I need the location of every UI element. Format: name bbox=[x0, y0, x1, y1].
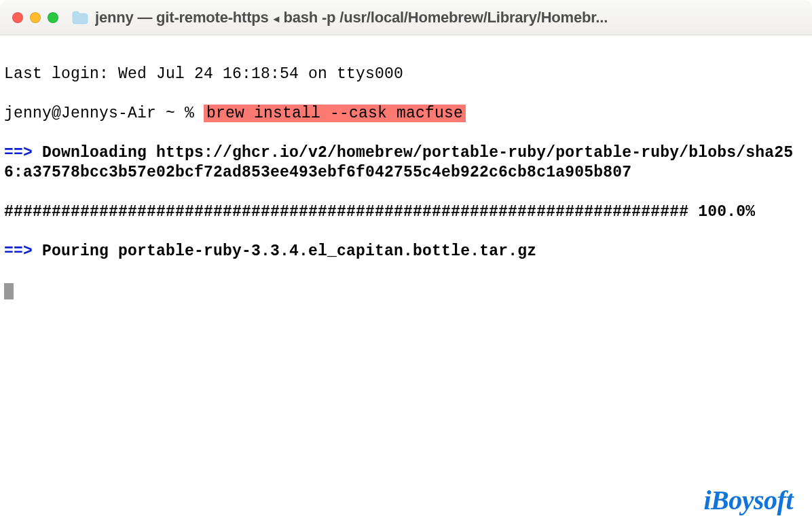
pouring-line: ==> Pouring portable-ruby-3.3.4.el_capit… bbox=[4, 242, 808, 261]
terminal-output[interactable]: Last login: Wed Jul 24 16:18:54 on ttys0… bbox=[0, 35, 812, 301]
minimize-button[interactable] bbox=[30, 12, 41, 23]
progress-pct: 100.0% bbox=[688, 203, 755, 221]
caret-left-icon: ◂ bbox=[272, 13, 283, 24]
terminal-cursor bbox=[4, 283, 14, 299]
pouring-label: Pouring bbox=[33, 242, 118, 260]
last-login-line: Last login: Wed Jul 24 16:18:54 on ttys0… bbox=[4, 65, 808, 84]
maximize-button[interactable] bbox=[48, 12, 58, 23]
title-dash: — bbox=[137, 9, 156, 26]
traffic-lights bbox=[12, 12, 58, 23]
prompt-line: jenny@Jennys-Air ~ % brew install --cask… bbox=[4, 104, 808, 124]
window-title-bar: jenny — git-remote-https ◂ bash -p /usr/… bbox=[0, 0, 812, 35]
progress-bar: ########################################… bbox=[4, 203, 688, 221]
title-rest: bash -p /usr/local/Homebrew/Library/Home… bbox=[284, 9, 608, 26]
downloading-label: Downloading bbox=[33, 144, 156, 162]
progress-line: ########################################… bbox=[4, 202, 808, 222]
close-button[interactable] bbox=[12, 12, 23, 23]
folder-icon bbox=[72, 11, 88, 24]
watermark-logo: iBoysoft bbox=[703, 484, 793, 516]
downloading-line: ==> Downloading https://ghcr.io/v2/homeb… bbox=[4, 143, 808, 183]
arrow-icon: ==> bbox=[4, 144, 33, 162]
title-process: git-remote-https bbox=[156, 9, 268, 26]
window-title: jenny — git-remote-https ◂ bash -p /usr/… bbox=[95, 9, 608, 26]
shell-prompt: jenny@Jennys-Air ~ % bbox=[4, 105, 204, 122]
pouring-file: portable-ruby-3.3.4.el_capitan.bottle.ta… bbox=[118, 242, 536, 260]
title-prefix: jenny bbox=[95, 9, 133, 26]
command-highlight: brew install --cask macfuse bbox=[204, 105, 466, 122]
arrow-icon: ==> bbox=[4, 242, 33, 260]
